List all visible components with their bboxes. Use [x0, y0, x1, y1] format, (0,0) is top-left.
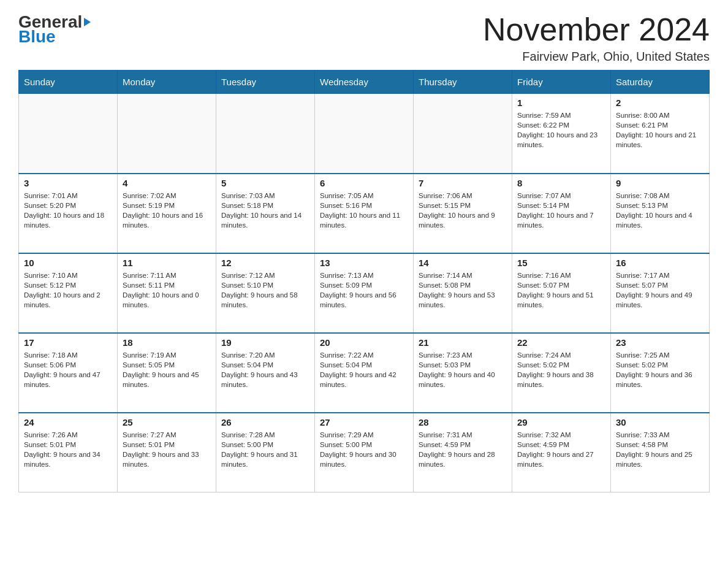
- calendar-cell: 24Sunrise: 7:26 AMSunset: 5:01 PMDayligh…: [19, 413, 118, 492]
- week-row-5: 24Sunrise: 7:26 AMSunset: 5:01 PMDayligh…: [19, 413, 710, 492]
- day-number: 30: [616, 417, 704, 427]
- day-info: Sunrise: 7:05 AMSunset: 5:16 PMDaylight:…: [320, 191, 408, 230]
- title-section: November 2024 Fairview Park, Ohio, Unite…: [483, 12, 710, 64]
- main-title: November 2024: [483, 12, 710, 47]
- weekday-header-saturday: Saturday: [611, 71, 710, 94]
- calendar-cell: 27Sunrise: 7:29 AMSunset: 5:00 PMDayligh…: [315, 413, 414, 492]
- day-number: 23: [616, 337, 704, 348]
- day-info: Sunrise: 7:08 AMSunset: 5:13 PMDaylight:…: [616, 191, 704, 230]
- day-info: Sunrise: 7:26 AMSunset: 5:01 PMDaylight:…: [24, 430, 112, 469]
- calendar-cell: 20Sunrise: 7:22 AMSunset: 5:04 PMDayligh…: [315, 333, 414, 413]
- day-info: Sunrise: 7:11 AMSunset: 5:11 PMDaylight:…: [123, 270, 211, 310]
- week-row-1: 1Sunrise: 7:59 AMSunset: 6:22 PMDaylight…: [19, 94, 710, 174]
- day-info: Sunrise: 7:59 AMSunset: 6:22 PMDaylight:…: [517, 110, 605, 150]
- day-number: 10: [24, 258, 112, 268]
- day-info: Sunrise: 7:20 AMSunset: 5:04 PMDaylight:…: [221, 350, 309, 389]
- week-row-2: 3Sunrise: 7:01 AMSunset: 5:20 PMDaylight…: [19, 174, 710, 253]
- day-number: 20: [320, 337, 408, 348]
- calendar-cell: 18Sunrise: 7:19 AMSunset: 5:05 PMDayligh…: [118, 333, 216, 413]
- day-info: Sunrise: 7:14 AMSunset: 5:08 PMDaylight:…: [419, 270, 507, 310]
- day-number: 4: [123, 178, 211, 188]
- day-number: 28: [419, 417, 507, 427]
- weekday-header-monday: Monday: [118, 71, 216, 94]
- day-number: 9: [616, 178, 704, 188]
- day-number: 11: [123, 258, 211, 268]
- day-info: Sunrise: 7:01 AMSunset: 5:20 PMDaylight:…: [24, 191, 112, 230]
- day-number: 14: [419, 258, 507, 268]
- calendar-cell: [216, 94, 315, 174]
- calendar-cell: 9Sunrise: 7:08 AMSunset: 5:13 PMDaylight…: [611, 174, 710, 253]
- day-number: 5: [221, 178, 309, 188]
- calendar-cell: [19, 94, 118, 174]
- day-number: 17: [24, 337, 112, 348]
- day-number: 21: [419, 337, 507, 348]
- calendar-cell: 19Sunrise: 7:20 AMSunset: 5:04 PMDayligh…: [216, 333, 315, 413]
- day-info: Sunrise: 7:23 AMSunset: 5:03 PMDaylight:…: [419, 350, 507, 389]
- calendar-cell: 5Sunrise: 7:03 AMSunset: 5:18 PMDaylight…: [216, 174, 315, 253]
- day-info: Sunrise: 7:19 AMSunset: 5:05 PMDaylight:…: [123, 350, 211, 389]
- calendar-cell: 25Sunrise: 7:27 AMSunset: 5:01 PMDayligh…: [118, 413, 216, 492]
- day-number: 27: [320, 417, 408, 427]
- day-info: Sunrise: 7:29 AMSunset: 5:00 PMDaylight:…: [320, 430, 408, 469]
- calendar-cell: 10Sunrise: 7:10 AMSunset: 5:12 PMDayligh…: [19, 253, 118, 333]
- calendar-cell: [414, 94, 512, 174]
- calendar-cell: 4Sunrise: 7:02 AMSunset: 5:19 PMDaylight…: [118, 174, 216, 253]
- calendar-cell: 21Sunrise: 7:23 AMSunset: 5:03 PMDayligh…: [414, 333, 512, 413]
- day-info: Sunrise: 7:25 AMSunset: 5:02 PMDaylight:…: [616, 350, 704, 389]
- day-number: 7: [419, 178, 507, 188]
- calendar-cell: 6Sunrise: 7:05 AMSunset: 5:16 PMDaylight…: [315, 174, 414, 253]
- week-row-4: 17Sunrise: 7:18 AMSunset: 5:06 PMDayligh…: [19, 333, 710, 413]
- calendar-cell: 29Sunrise: 7:32 AMSunset: 4:59 PMDayligh…: [512, 413, 611, 492]
- day-number: 24: [24, 417, 112, 427]
- calendar-cell: 28Sunrise: 7:31 AMSunset: 4:59 PMDayligh…: [414, 413, 512, 492]
- day-number: 19: [221, 337, 309, 348]
- calendar-cell: 14Sunrise: 7:14 AMSunset: 5:08 PMDayligh…: [414, 253, 512, 333]
- weekday-header-friday: Friday: [512, 71, 611, 94]
- day-number: 12: [221, 258, 309, 268]
- day-number: 15: [517, 258, 605, 268]
- weekday-header-wednesday: Wednesday: [315, 71, 414, 94]
- day-info: Sunrise: 7:12 AMSunset: 5:10 PMDaylight:…: [221, 270, 309, 310]
- page-header: General Blue November 2024 Fairview Park…: [18, 12, 710, 64]
- weekday-header-thursday: Thursday: [414, 71, 512, 94]
- day-info: Sunrise: 8:00 AMSunset: 6:21 PMDaylight:…: [616, 110, 704, 150]
- day-info: Sunrise: 7:27 AMSunset: 5:01 PMDaylight:…: [123, 430, 211, 469]
- day-info: Sunrise: 7:33 AMSunset: 4:58 PMDaylight:…: [616, 430, 704, 469]
- calendar-cell: 7Sunrise: 7:06 AMSunset: 5:15 PMDaylight…: [414, 174, 512, 253]
- day-info: Sunrise: 7:24 AMSunset: 5:02 PMDaylight:…: [517, 350, 605, 389]
- calendar-cell: 12Sunrise: 7:12 AMSunset: 5:10 PMDayligh…: [216, 253, 315, 333]
- day-info: Sunrise: 7:07 AMSunset: 5:14 PMDaylight:…: [517, 191, 605, 230]
- day-info: Sunrise: 7:18 AMSunset: 5:06 PMDaylight:…: [24, 350, 112, 389]
- day-number: 13: [320, 258, 408, 268]
- day-number: 29: [517, 417, 605, 427]
- calendar-cell: 15Sunrise: 7:16 AMSunset: 5:07 PMDayligh…: [512, 253, 611, 333]
- calendar-cell: 13Sunrise: 7:13 AMSunset: 5:09 PMDayligh…: [315, 253, 414, 333]
- day-info: Sunrise: 7:03 AMSunset: 5:18 PMDaylight:…: [221, 191, 309, 230]
- subtitle: Fairview Park, Ohio, United States: [483, 50, 710, 64]
- day-info: Sunrise: 7:02 AMSunset: 5:19 PMDaylight:…: [123, 191, 211, 230]
- calendar-cell: 1Sunrise: 7:59 AMSunset: 6:22 PMDaylight…: [512, 94, 611, 174]
- day-number: 25: [123, 417, 211, 427]
- day-info: Sunrise: 7:13 AMSunset: 5:09 PMDaylight:…: [320, 270, 408, 310]
- day-number: 3: [24, 178, 112, 188]
- calendar-cell: 11Sunrise: 7:11 AMSunset: 5:11 PMDayligh…: [118, 253, 216, 333]
- day-number: 16: [616, 258, 704, 268]
- day-info: Sunrise: 7:16 AMSunset: 5:07 PMDaylight:…: [517, 270, 605, 310]
- day-number: 22: [517, 337, 605, 348]
- calendar-cell: 22Sunrise: 7:24 AMSunset: 5:02 PMDayligh…: [512, 333, 611, 413]
- day-info: Sunrise: 7:22 AMSunset: 5:04 PMDaylight:…: [320, 350, 408, 389]
- day-info: Sunrise: 7:06 AMSunset: 5:15 PMDaylight:…: [419, 191, 507, 230]
- calendar-cell: [118, 94, 216, 174]
- calendar-cell: 16Sunrise: 7:17 AMSunset: 5:07 PMDayligh…: [611, 253, 710, 333]
- calendar-cell: 3Sunrise: 7:01 AMSunset: 5:20 PMDaylight…: [19, 174, 118, 253]
- day-number: 1: [517, 98, 605, 108]
- calendar-table: SundayMondayTuesdayWednesdayThursdayFrid…: [18, 70, 710, 492]
- logo: General Blue: [18, 12, 91, 47]
- day-number: 8: [517, 178, 605, 188]
- calendar-cell: 23Sunrise: 7:25 AMSunset: 5:02 PMDayligh…: [611, 333, 710, 413]
- calendar-cell: 17Sunrise: 7:18 AMSunset: 5:06 PMDayligh…: [19, 333, 118, 413]
- calendar-cell: 26Sunrise: 7:28 AMSunset: 5:00 PMDayligh…: [216, 413, 315, 492]
- logo-blue: Blue: [18, 27, 56, 47]
- calendar-cell: 8Sunrise: 7:07 AMSunset: 5:14 PMDaylight…: [512, 174, 611, 253]
- logo-triangle-icon: [84, 18, 91, 26]
